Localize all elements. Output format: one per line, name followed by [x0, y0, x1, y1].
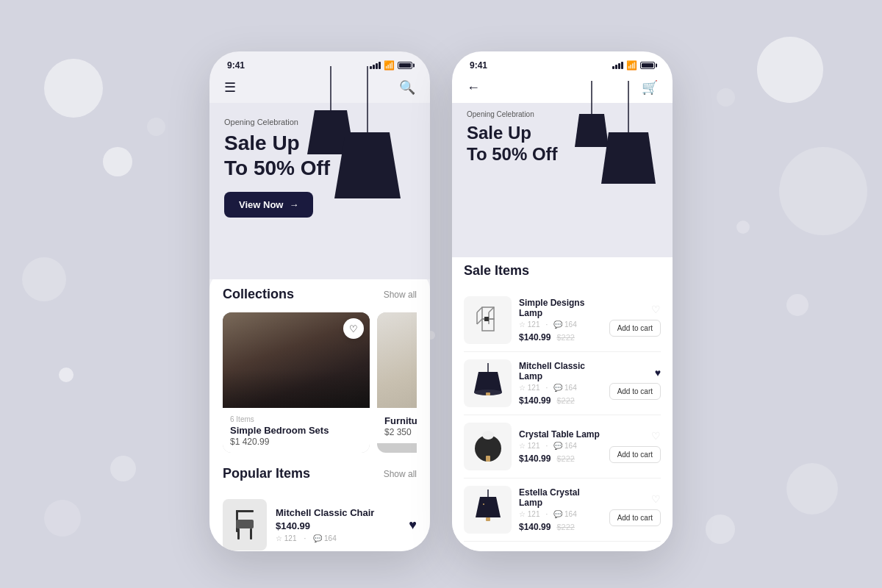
popular-heart-0[interactable]: ♥	[409, 517, 417, 533]
svg-marker-29	[476, 497, 501, 517]
sale-pricing-1: $140.99 $222	[519, 395, 602, 406]
sale-item-img-0	[464, 296, 512, 344]
right-battery-icon	[640, 62, 655, 69]
popular-section: Popular Items Show all	[223, 466, 417, 551]
right-status-bar: 9:41 📶	[452, 51, 673, 75]
svg-rect-7	[237, 528, 240, 539]
svg-rect-5	[236, 510, 254, 512]
left-content: Collections Show all ♡ 6 Items Simple Be…	[209, 272, 430, 551]
right-phone: 9:41 📶 ← 🛒	[452, 51, 673, 551]
sale-item-img-1	[464, 359, 512, 407]
pendant-lamp-icon	[470, 363, 506, 404]
lamp-cube-icon	[471, 304, 504, 337]
popular-item-0[interactable]: Mitchell Classic Chair $140.99 ☆ 121 · 💬…	[223, 492, 417, 551]
right-hero-title-text: Sale Up To 50% Off	[467, 123, 558, 164]
popular-item-price-0: $140.99	[276, 520, 400, 531]
svg-rect-6	[236, 520, 254, 528]
sale-title: Sale Items	[464, 263, 529, 279]
sale-item-img-3	[464, 486, 512, 534]
right-wifi-icon: 📶	[626, 60, 637, 71]
sale-pricing-0: $140.99 $222	[519, 332, 602, 343]
collection-item-0[interactable]: ♡ 6 Items Simple Bedroom Sets $1 420.99	[223, 312, 370, 453]
review-icon: 💬 164	[313, 534, 336, 542]
right-status-icons: 📶	[612, 60, 655, 71]
sale-item-info-1: Mitchell Classic Lamp ☆ 121 · 💬 164 $140…	[519, 361, 602, 406]
sale-original-1: $222	[556, 396, 574, 405]
back-icon[interactable]: ←	[467, 80, 480, 96]
sale-price-1: $140.99	[519, 395, 551, 406]
chair-icon	[230, 506, 259, 543]
popular-item-name-0: Mitchell Classic Chair	[276, 507, 400, 518]
add-to-cart-2[interactable]: Add to cart	[609, 446, 661, 463]
svg-line-15	[489, 307, 494, 312]
sale-pricing-2: $140.99 $222	[519, 453, 602, 464]
right-lamp-decoration	[559, 81, 662, 253]
sale-heart-2[interactable]: ♡	[651, 430, 661, 442]
sale-header: Sale Items	[464, 263, 661, 279]
svg-line-14	[477, 307, 482, 312]
popular-item-img-0	[223, 499, 267, 551]
sale-item-2[interactable]: Crystal Table Lamp ☆ 121 · 💬 164 $140.99…	[464, 415, 661, 478]
sale-heart-3[interactable]: ♡	[651, 493, 661, 505]
hero-section: Opening Celebration Sale Up To 50% Off V…	[209, 103, 430, 279]
svg-marker-12	[601, 132, 656, 184]
collection-price-1: $2 350	[384, 427, 417, 437]
svg-marker-10	[575, 114, 609, 147]
sale-item-right-1: ♥ Add to cart	[609, 367, 661, 400]
sale-item-stats-1: ☆ 121 · 💬 164	[519, 384, 602, 392]
table-lamp-icon	[470, 426, 506, 467]
sale-heart-1[interactable]: ♥	[655, 367, 661, 379]
popular-show-all[interactable]: Show all	[384, 469, 417, 479]
svg-rect-27	[486, 456, 490, 462]
collection-items-0: 6 Items	[230, 415, 254, 423]
popular-title: Popular Items	[223, 466, 310, 481]
lamps-svg	[283, 66, 408, 287]
right-lamps-svg	[559, 81, 662, 250]
left-phone: 9:41 📶 ☰ 🔍	[209, 51, 430, 551]
sale-item-stats-3: ☆ 121 · 💬 164	[519, 510, 602, 518]
svg-marker-3	[334, 132, 401, 198]
collection-info-1: Furniture $2 350	[377, 408, 417, 443]
collection-img-0: ♡	[223, 312, 370, 408]
add-to-cart-1[interactable]: Add to cart	[609, 383, 661, 400]
sale-item-right-3: ♡ Add to cart	[609, 493, 661, 526]
sale-item-3[interactable]: Estella Crystal Lamp ☆ 121 · 💬 164 $140.…	[464, 478, 661, 542]
sale-reviews-1: 164	[564, 384, 577, 392]
sale-item-name-1: Mitchell Classic Lamp	[519, 361, 602, 381]
add-to-cart-3[interactable]: Add to cart	[609, 509, 661, 526]
svg-rect-20	[484, 317, 489, 321]
sale-stars-3: 121	[528, 510, 540, 518]
sale-original-2: $222	[556, 454, 574, 463]
collection-meta-0: 6 Items	[230, 415, 362, 423]
collections-show-all[interactable]: Show all	[384, 290, 417, 300]
estella-lamp-icon	[470, 490, 506, 530]
collection-name-0: Simple Bedroom Sets	[230, 425, 329, 436]
popular-header: Popular Items Show all	[223, 466, 417, 481]
sale-reviews-2: 164	[564, 442, 577, 450]
stars-count: 121	[284, 534, 297, 542]
right-signal-icon	[612, 62, 623, 69]
right-hero: Opening Celebration Sale Up To 50% Off	[452, 103, 673, 257]
add-to-cart-0[interactable]: Add to cart	[609, 320, 661, 337]
collection-img-1	[377, 312, 417, 408]
collections-row: ♡ 6 Items Simple Bedroom Sets $1 420.99	[223, 312, 417, 453]
sale-item-1[interactable]: Mitchell Classic Lamp ☆ 121 · 💬 164 $140…	[464, 352, 661, 415]
sale-price-0: $140.99	[519, 332, 551, 343]
menu-icon[interactable]: ☰	[224, 79, 236, 96]
popular-item-stats-0: ☆ 121 · 💬 164	[276, 534, 400, 542]
sale-item-stats-0: ☆ 121 · 💬 164	[519, 320, 602, 329]
sale-item-0[interactable]: Simple Designs Lamp ☆ 121 · 💬 164 $140.9…	[464, 289, 661, 352]
view-now-label: View Now	[239, 199, 283, 210]
left-time: 9:41	[227, 60, 245, 71]
collection-price-0: $1 420.99	[230, 437, 362, 447]
furniture-visual	[377, 312, 417, 408]
sale-original-0: $222	[556, 333, 574, 342]
sale-item-info-2: Crystal Table Lamp ☆ 121 · 💬 164 $140.99…	[519, 429, 602, 464]
svg-rect-24	[486, 392, 490, 395]
collection-heart-0[interactable]: ♡	[343, 318, 364, 339]
collection-item-1[interactable]: Furniture $2 350	[377, 312, 417, 453]
sale-item-info-3: Estella Crystal Lamp ☆ 121 · 💬 164 $140.…	[519, 487, 602, 532]
sale-heart-0[interactable]: ♡	[651, 304, 661, 315]
sale-item-name-0: Simple Designs Lamp	[519, 298, 602, 318]
svg-line-17	[477, 319, 482, 324]
